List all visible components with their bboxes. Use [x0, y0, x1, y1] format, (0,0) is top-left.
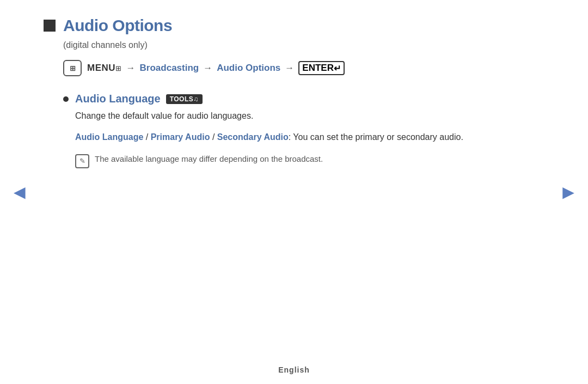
tools-label: TOOLS	[170, 95, 194, 103]
breadcrumb: ⊞ MENU⊞ → Broadcasting → Audio Options →…	[63, 60, 490, 76]
breadcrumb-audio-options: Audio Options	[217, 63, 280, 74]
link-secondary-audio: Secondary Audio	[217, 132, 289, 142]
subtitle: (digital channels only)	[63, 40, 490, 50]
page-title-row: Audio Options	[44, 16, 490, 35]
main-content: Audio Options (digital channels only) ⊞ …	[0, 0, 534, 191]
section-item: Audio Language TOOLS♫ Change the default…	[63, 93, 490, 168]
breadcrumb-arrow-1: →	[126, 63, 136, 74]
breadcrumb-enter: ENTER↵	[298, 61, 345, 75]
section-detail: Audio Language / Primary Audio / Seconda…	[75, 130, 463, 144]
tools-badge: TOOLS♫	[166, 94, 203, 104]
section-description: Change the default value for audio langu…	[75, 109, 463, 123]
page-title: Audio Options	[63, 16, 172, 35]
note-row: ✎ The available language may differ depe…	[75, 153, 463, 168]
enter-symbol: ↵	[334, 63, 341, 74]
nav-right-button[interactable]: ►	[559, 181, 578, 204]
title-icon	[44, 20, 56, 32]
link-audio-language: Audio Language	[75, 132, 143, 142]
section-heading: Audio Language	[75, 93, 161, 105]
separator-2: /	[210, 132, 217, 142]
bullet-icon	[63, 96, 69, 102]
section-audio-language: Audio Language TOOLS♫ Change the default…	[63, 93, 490, 168]
footer-language: English	[278, 365, 310, 374]
breadcrumb-menu-label: MENU⊞	[87, 63, 122, 74]
enter-label: ENTER	[302, 63, 334, 74]
note-icon: ✎	[75, 154, 89, 168]
tools-symbol: ♫	[193, 95, 199, 103]
breadcrumb-broadcasting: Broadcasting	[140, 63, 199, 74]
section-body: Audio Language TOOLS♫ Change the default…	[75, 93, 463, 168]
nav-left-button[interactable]: ◄	[10, 181, 29, 204]
menu-icon: ⊞	[63, 60, 82, 76]
separator-1: /	[143, 132, 150, 142]
link-primary-audio: Primary Audio	[151, 132, 210, 142]
breadcrumb-arrow-2: →	[203, 63, 212, 74]
note-text: The available language may differ depend…	[95, 153, 323, 166]
section-title-row: Audio Language TOOLS♫	[75, 93, 463, 105]
breadcrumb-arrow-3: →	[285, 63, 294, 74]
detail-suffix: : You can set the primary or secondary a…	[289, 132, 463, 142]
